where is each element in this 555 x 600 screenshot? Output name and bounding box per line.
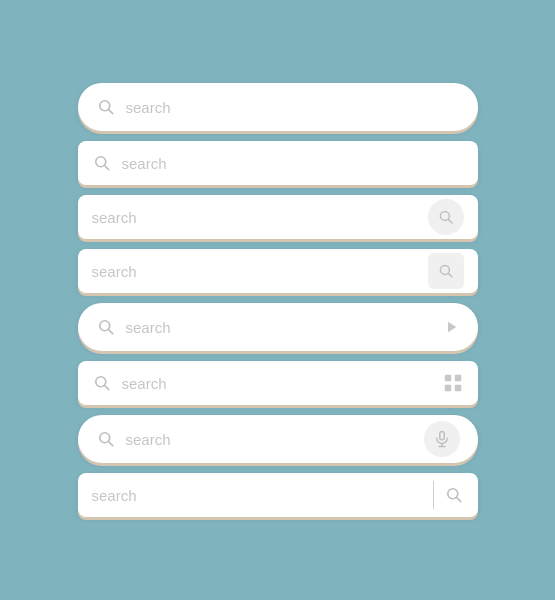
search-button[interactable] — [444, 485, 464, 505]
svg-point-22 — [447, 489, 457, 499]
svg-rect-14 — [454, 375, 460, 381]
search-icon — [96, 317, 116, 337]
svg-line-3 — [104, 166, 108, 170]
search-placeholder: search — [122, 155, 464, 172]
svg-line-1 — [108, 110, 112, 114]
svg-point-4 — [440, 211, 449, 220]
search-placeholder: search — [126, 99, 460, 116]
svg-line-23 — [456, 498, 460, 502]
search-placeholder: search — [126, 319, 442, 336]
svg-rect-13 — [444, 375, 450, 381]
search-button[interactable] — [428, 253, 464, 289]
svg-rect-16 — [454, 385, 460, 391]
svg-point-11 — [95, 377, 105, 387]
search-bar-7[interactable]: search — [78, 415, 478, 463]
svg-line-12 — [104, 386, 108, 390]
search-icon — [437, 262, 455, 280]
svg-line-18 — [108, 442, 112, 446]
search-placeholder: search — [92, 263, 428, 280]
search-icon — [96, 429, 116, 449]
grid-button[interactable] — [442, 372, 464, 394]
search-bars-container: search search search search — [78, 83, 478, 517]
mic-button[interactable] — [424, 421, 460, 457]
microphone-icon — [433, 430, 451, 448]
search-placeholder: search — [92, 487, 433, 504]
search-placeholder: search — [122, 375, 442, 392]
svg-point-2 — [95, 157, 105, 167]
search-bar-3[interactable]: search — [78, 195, 478, 239]
search-placeholder: search — [126, 431, 424, 448]
search-icon — [96, 97, 116, 117]
svg-line-9 — [108, 330, 112, 334]
search-icon — [92, 373, 112, 393]
svg-marker-10 — [448, 322, 456, 333]
svg-rect-19 — [439, 432, 444, 440]
search-icon — [437, 208, 455, 226]
search-icon — [92, 153, 112, 173]
search-bar-1[interactable]: search — [78, 83, 478, 131]
grid-icon — [442, 372, 464, 394]
search-placeholder: search — [92, 209, 428, 226]
svg-point-8 — [99, 321, 109, 331]
divider — [433, 481, 434, 509]
search-bar-8[interactable]: search — [78, 473, 478, 517]
svg-point-0 — [99, 101, 109, 111]
play-icon — [442, 318, 460, 336]
svg-rect-15 — [444, 385, 450, 391]
svg-point-6 — [440, 265, 449, 274]
search-icon — [444, 485, 464, 505]
svg-line-7 — [448, 274, 451, 277]
search-bar-2[interactable]: search — [78, 141, 478, 185]
search-bar-5[interactable]: search — [78, 303, 478, 351]
search-bar-4[interactable]: search — [78, 249, 478, 293]
svg-point-17 — [99, 433, 109, 443]
play-button[interactable] — [442, 318, 460, 336]
svg-line-5 — [448, 220, 451, 223]
search-bar-6[interactable]: search — [78, 361, 478, 405]
search-button[interactable] — [428, 199, 464, 235]
